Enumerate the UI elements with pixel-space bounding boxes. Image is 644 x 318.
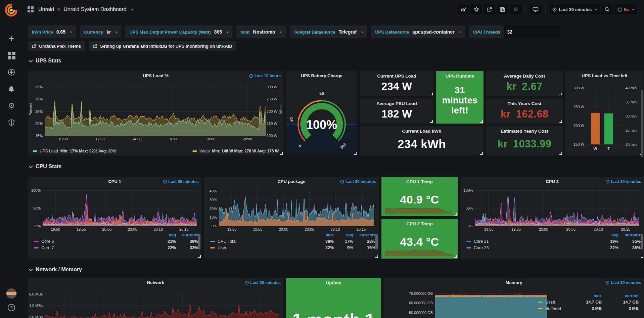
- stat-cpu1-temp[interactable]: CPU 1 Temp 40.9 °C: [381, 177, 458, 216]
- time-override-link[interactable]: Last 30 minutes: [163, 179, 199, 184]
- stat-ups-runtime[interactable]: UPS Runtime 31 minutes left!: [436, 71, 484, 124]
- stat-this-years-cost[interactable]: This Years Cost kr162.68: [486, 99, 563, 124]
- panel-title[interactable]: UPS Battery Charge: [301, 73, 342, 78]
- save-button[interactable]: [497, 4, 508, 14]
- share-button[interactable]: [484, 4, 495, 14]
- svg-text:300 W: 300 W: [573, 86, 584, 90]
- help-icon[interactable]: ?: [8, 304, 15, 311]
- legend-sort-max[interactable]: max: [567, 293, 602, 298]
- battery-gauge[interactable]: 02050100100%: [286, 71, 357, 155]
- legend-sort-max[interactable]: max: [314, 233, 334, 237]
- series-name[interactable]: CPU Total: [218, 239, 236, 244]
- dashboards-icon[interactable]: [7, 51, 16, 60]
- cpu-package-chart[interactable]: [219, 188, 374, 226]
- legend-sort-avg[interactable]: avg: [599, 233, 618, 237]
- panel-title[interactable]: Network: [147, 280, 164, 285]
- y-axis-left: 70.000000 GB60.000000 GB50.000000 GB: [384, 288, 433, 318]
- cycle-view-monitor-button[interactable]: [530, 4, 541, 14]
- y-axis-left: 100%50%0%: [460, 188, 473, 226]
- time-override-link[interactable]: Last 30 minutes: [340, 179, 376, 184]
- link-ups-monitoring-guide[interactable]: Setting up Grafana and InfluxDB for UPS …: [89, 41, 236, 51]
- legend-item-ups-load[interactable]: UPS Load Min: 17% Max: 32% Avg: 20%: [33, 149, 116, 153]
- user-avatar[interactable]: [6, 288, 16, 299]
- sidebar: + ⚙ ?: [0, 0, 23, 318]
- section-ups-stats[interactable]: UPS Stats: [28, 56, 644, 65]
- variable-ups-datasource[interactable]: UPS Datasource apcupsd-container ▾: [371, 26, 465, 38]
- legend-sort-current[interactable]: current▾: [353, 233, 375, 237]
- variable-currency[interactable]: Currency kr ▾: [80, 26, 121, 38]
- legend-scrollbar[interactable]: [198, 234, 200, 249]
- time-override-link[interactable]: Last 12 hours: [249, 74, 281, 78]
- time-range-picker[interactable]: Last 30 minutes ▾: [550, 4, 599, 14]
- time-override-link[interactable]: Last 30 minutes: [605, 179, 641, 184]
- panel-title[interactable]: CPU 2: [546, 179, 558, 184]
- stat-current-load-kwh[interactable]: Current Load kWh 234 kWh: [360, 126, 484, 155]
- cpu-threads-input[interactable]: [504, 26, 561, 38]
- network-chart[interactable]: [45, 290, 279, 318]
- panel-title[interactable]: UPS Load %: [143, 73, 169, 78]
- variable-ups-max-output[interactable]: UPS Max Output Power Capacity (Watt) 865…: [125, 26, 232, 38]
- y-axis-label-right: Watts: [279, 89, 283, 129]
- legend-sort-current[interactable]: current▾: [176, 233, 198, 237]
- panel-title[interactable]: Memory: [506, 280, 522, 285]
- legend-row: Core 7 22% 33%: [34, 245, 198, 250]
- variable-telegraf-datasource[interactable]: Telegraf Datasource Telegraf ▾: [290, 26, 367, 38]
- refresh-button[interactable]: 5s ▾: [614, 4, 637, 14]
- stat-cpu2-temp[interactable]: CPU 2 Temp 43.4 °C: [381, 219, 458, 259]
- ups-load-time-bar-chart[interactable]: 300 W250 W200 W150 W40 min35 min30 min25…: [565, 80, 644, 155]
- legend-sort-current[interactable]: current: [602, 293, 639, 298]
- add-icon[interactable]: +: [7, 34, 16, 43]
- series-name[interactable]: Buffered: [545, 306, 561, 311]
- series-name[interactable]: Core 7: [41, 245, 54, 250]
- admin-shield-icon[interactable]: [7, 118, 16, 127]
- legend-sort-avg[interactable]: avg: [156, 233, 176, 237]
- series-name[interactable]: Used: [545, 300, 555, 305]
- stat-current-ups-load[interactable]: Current UPS Load 234 W: [360, 71, 433, 96]
- time-override-link[interactable]: Last 30 minutes: [605, 280, 641, 285]
- link-grafana-plex-theme[interactable]: Grafana Plex Theme: [28, 41, 85, 51]
- main-area: Unraid > Unraid System Dashboard ▾ ⚙: [23, 0, 644, 318]
- stat-average-psu-load[interactable]: Average PSU Load 182 W: [360, 99, 433, 124]
- section-network-memory[interactable]: Network / Memory: [28, 265, 644, 274]
- legend-sort-current[interactable]: current▾: [618, 233, 641, 237]
- legend-sort-avg[interactable]: avg: [334, 233, 353, 237]
- panel-title[interactable]: UPS Load vs Time left: [582, 73, 627, 78]
- add-panel-button[interactable]: [458, 4, 469, 14]
- explore-compass-icon[interactable]: [7, 68, 16, 77]
- series-name[interactable]: Core 6: [41, 239, 54, 244]
- dashboard-settings-button[interactable]: ⚙: [510, 4, 521, 14]
- ups-load-chart[interactable]: [45, 83, 266, 136]
- alerting-bell-icon[interactable]: [7, 85, 16, 93]
- panel-title[interactable]: CPU 1: [108, 179, 121, 184]
- configuration-gear-icon[interactable]: ⚙: [7, 101, 16, 110]
- variable-host[interactable]: host Nostromo ▾: [236, 26, 286, 38]
- series-name[interactable]: User: [218, 245, 226, 250]
- grafana-logo[interactable]: [4, 3, 19, 17]
- stat-estimated-yearly-cost[interactable]: Estimated Yearly Cost kr1033.99: [486, 126, 563, 155]
- memory-chart[interactable]: [435, 288, 547, 318]
- legend-scrollbar[interactable]: [641, 234, 643, 249]
- breadcrumb-dashboard-title[interactable]: Unraid System Dashboard: [63, 6, 127, 12]
- chevron-down-icon: [29, 164, 33, 168]
- legend-item-watts[interactable]: Watts Min: 148 W Max: 278 W Avg: 175 W: [192, 149, 279, 153]
- cpu2-chart[interactable]: [475, 188, 639, 226]
- breadcrumb: Unraid > Unraid System Dashboard ▾: [28, 6, 133, 12]
- breadcrumb-folder[interactable]: Unraid: [38, 6, 54, 12]
- series-name[interactable]: Core 21: [474, 239, 489, 244]
- legend-scrollbar[interactable]: [375, 234, 378, 249]
- zoom-out-button[interactable]: [601, 4, 613, 14]
- cpu1-chart[interactable]: [43, 188, 197, 226]
- series-name[interactable]: Core 23: [474, 245, 489, 250]
- svg-text:250 W: 250 W: [573, 105, 584, 109]
- stat-uptime[interactable]: Uptime 1 month 1: [286, 278, 381, 318]
- stat-average-daily-cost[interactable]: Average Daily Cost kr2.67: [486, 71, 563, 96]
- page-scrollbar[interactable]: [641, 90, 643, 157]
- variable-kwh-price[interactable]: kWh Price 0.65 ▾: [28, 26, 76, 38]
- star-button[interactable]: [471, 4, 482, 14]
- dashboard-squares-icon[interactable]: [28, 6, 34, 12]
- section-cpu-stats[interactable]: CPU Stats: [28, 162, 644, 171]
- chevron-down-icon[interactable]: ▾: [131, 8, 133, 11]
- panel-title[interactable]: CPU package: [277, 179, 305, 184]
- legend-row: Core 21 19% 35%: [466, 239, 641, 244]
- time-override-link[interactable]: Last 30 minutes: [245, 280, 281, 285]
